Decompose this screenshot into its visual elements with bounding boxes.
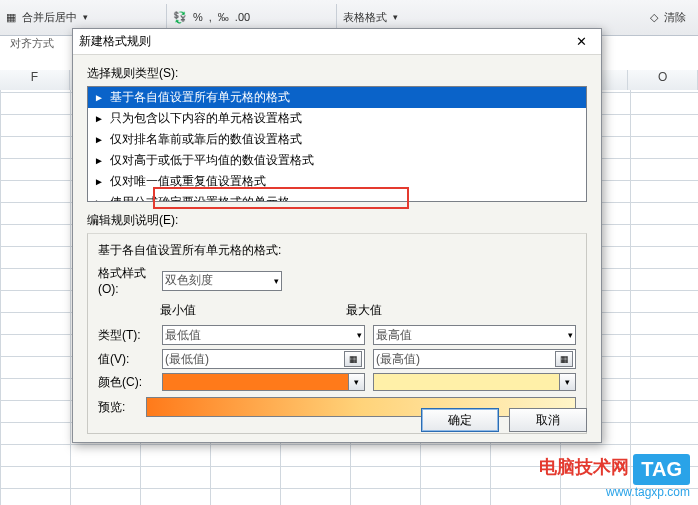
value-label: 值(V): bbox=[98, 351, 154, 368]
ok-button[interactable]: 确定 bbox=[421, 408, 499, 432]
close-button[interactable]: ✕ bbox=[567, 34, 595, 49]
alignment-group-label: 对齐方式 bbox=[10, 36, 54, 51]
arrow-icon: ► bbox=[94, 176, 104, 187]
dialog-titlebar: 新建格式规则 ✕ bbox=[73, 29, 601, 55]
preview-label: 预览: bbox=[98, 399, 138, 416]
chevron-down-icon: ▾ bbox=[348, 374, 364, 390]
type-min-select[interactable]: 最低值▾ bbox=[162, 325, 365, 345]
format-style-select[interactable]: 双色刻度▾ bbox=[162, 271, 282, 291]
rule-description-panel: 基于各自值设置所有单元格的格式: 格式样式(O): 双色刻度▾ 最小值 最大值 … bbox=[87, 233, 587, 434]
max-header: 最大值 bbox=[344, 302, 576, 319]
rule-type-item[interactable]: ►仅对高于或低于平均值的数值设置格式 bbox=[88, 150, 586, 171]
arrow-icon: ► bbox=[94, 197, 104, 202]
chevron-down-icon: ▾ bbox=[568, 330, 573, 340]
value-min-input[interactable]: (最低值)▦ bbox=[162, 349, 365, 369]
merge-center-button[interactable]: 合并后居中 bbox=[22, 10, 77, 25]
watermark: 电脑技术网TAG www.tagxp.com bbox=[539, 454, 690, 499]
watermark-text: 电脑技术网 bbox=[539, 457, 629, 477]
col-header[interactable]: O bbox=[628, 70, 698, 90]
arrow-icon: ► bbox=[94, 113, 104, 124]
dropdown-icon[interactable]: ▾ bbox=[83, 12, 88, 22]
cancel-button[interactable]: 取消 bbox=[509, 408, 587, 432]
comma-button[interactable]: , bbox=[209, 11, 212, 23]
merge-icon[interactable]: ▦ bbox=[6, 11, 16, 24]
chevron-down-icon: ▾ bbox=[559, 374, 575, 390]
range-picker-icon[interactable]: ▦ bbox=[344, 351, 362, 367]
color-min-select[interactable]: ▾ bbox=[162, 373, 365, 391]
color-max-select[interactable]: ▾ bbox=[373, 373, 576, 391]
rule-type-item[interactable]: ►使用公式确定要设置格式的单元格 bbox=[88, 192, 586, 202]
range-picker-icon[interactable]: ▦ bbox=[555, 351, 573, 367]
currency-icon[interactable]: 💱 bbox=[173, 11, 187, 24]
clear-button[interactable]: 清除 bbox=[664, 10, 686, 25]
rule-type-item[interactable]: ►只为包含以下内容的单元格设置格式 bbox=[88, 108, 586, 129]
col-header[interactable]: F bbox=[0, 70, 70, 90]
rule-type-item[interactable]: ►基于各自值设置所有单元格的格式 bbox=[88, 87, 586, 108]
color-label: 颜色(C): bbox=[98, 374, 154, 391]
eraser-icon[interactable]: ◇ bbox=[650, 11, 658, 24]
type-label: 类型(T): bbox=[98, 327, 154, 344]
rule-type-item[interactable]: ►仅对唯一值或重复值设置格式 bbox=[88, 171, 586, 192]
new-format-rule-dialog: 新建格式规则 ✕ 选择规则类型(S): ►基于各自值设置所有单元格的格式 ►只为… bbox=[72, 28, 602, 443]
table-format-label[interactable]: 表格格式 bbox=[343, 10, 387, 25]
arrow-icon: ► bbox=[94, 134, 104, 145]
rule-type-list[interactable]: ►基于各自值设置所有单元格的格式 ►只为包含以下内容的单元格设置格式 ►仅对排名… bbox=[87, 86, 587, 202]
select-rule-type-label: 选择规则类型(S): bbox=[87, 65, 601, 82]
format-style-label: 格式样式(O): bbox=[98, 265, 154, 296]
desc-subtitle: 基于各自值设置所有单元格的格式: bbox=[98, 242, 576, 259]
value-max-input[interactable]: (最高值)▦ bbox=[373, 349, 576, 369]
arrow-icon: ► bbox=[94, 92, 104, 103]
increase-decimal-button[interactable]: ‰ bbox=[218, 11, 229, 23]
dropdown-icon[interactable]: ▾ bbox=[393, 12, 398, 22]
chevron-down-icon: ▾ bbox=[357, 330, 362, 340]
watermark-tag: TAG bbox=[633, 454, 690, 485]
dialog-title: 新建格式规则 bbox=[79, 33, 567, 50]
percent-button[interactable]: % bbox=[193, 11, 203, 23]
min-header: 最小值 bbox=[158, 302, 330, 319]
edit-rule-desc-label: 编辑规则说明(E): bbox=[87, 212, 601, 229]
type-max-select[interactable]: 最高值▾ bbox=[373, 325, 576, 345]
decrease-decimal-button[interactable]: .00 bbox=[235, 11, 250, 23]
watermark-url: www.tagxp.com bbox=[539, 485, 690, 499]
rule-type-item[interactable]: ►仅对排名靠前或靠后的数值设置格式 bbox=[88, 129, 586, 150]
arrow-icon: ► bbox=[94, 155, 104, 166]
chevron-down-icon: ▾ bbox=[274, 276, 279, 286]
